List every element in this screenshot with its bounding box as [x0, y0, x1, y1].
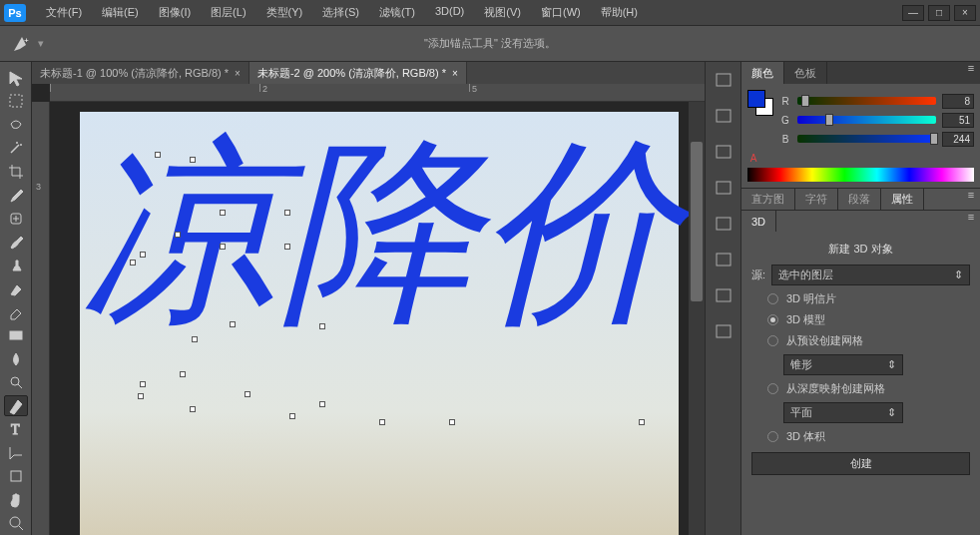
tab-close-icon[interactable]: ×	[235, 68, 241, 79]
hand-tool[interactable]	[4, 489, 28, 510]
gradient-tool[interactable]	[4, 324, 28, 345]
anchor-point[interactable]	[379, 419, 385, 425]
tab-2[interactable]: 段落	[838, 189, 881, 210]
blur-tool[interactable]	[4, 348, 28, 369]
fg-bg-swatches[interactable]	[747, 90, 773, 116]
anchor-point[interactable]	[130, 260, 136, 266]
text-tool[interactable]: T	[4, 418, 28, 439]
3d-option-0[interactable]: 3D 明信片	[767, 291, 970, 306]
menu-5[interactable]: 选择(S)	[312, 5, 369, 20]
menu-2[interactable]: 图像(I)	[149, 5, 201, 20]
radio-icon[interactable]	[767, 293, 778, 304]
anchor-point[interactable]	[230, 321, 236, 327]
canvas-viewport[interactable]: 凉降价	[50, 102, 705, 535]
3d-sub-select-3[interactable]: 平面⇕	[783, 402, 903, 423]
tab-color[interactable]: 颜色	[741, 62, 784, 84]
panel-menu-icon[interactable]: ≡	[962, 211, 980, 232]
anchor-point[interactable]	[319, 323, 325, 329]
radio-icon[interactable]	[767, 431, 778, 442]
document-tab-1[interactable]: 未标题-2 @ 200% (清凉降价, RGB/8) *×	[249, 62, 467, 84]
anchor-point[interactable]	[639, 419, 645, 425]
layers-panel-icon[interactable]	[712, 178, 735, 198]
stamp-tool[interactable]	[4, 255, 28, 275]
tab-3[interactable]: 属性	[881, 189, 924, 210]
crop-tool[interactable]	[4, 161, 28, 182]
menu-10[interactable]: 帮助(H)	[591, 5, 648, 20]
r-slider[interactable]	[797, 97, 936, 107]
anchor-point[interactable]	[140, 381, 146, 387]
ruler-vertical[interactable]: 3	[32, 102, 50, 535]
anchor-point[interactable]	[284, 210, 290, 216]
panel-menu-icon[interactable]: ≡	[962, 62, 980, 84]
menu-3[interactable]: 图层(L)	[201, 5, 255, 20]
menu-1[interactable]: 编辑(E)	[92, 5, 149, 20]
maximize-button[interactable]: □	[928, 5, 950, 21]
r-value[interactable]: 8	[942, 94, 974, 109]
foreground-color[interactable]	[747, 90, 765, 108]
anchor-point[interactable]	[449, 419, 455, 425]
scrollbar-vertical[interactable]	[689, 102, 705, 535]
marquee-tool[interactable]	[4, 90, 28, 111]
anchor-point[interactable]	[190, 157, 196, 163]
tab-close-icon[interactable]: ×	[452, 68, 458, 79]
move-tool[interactable]	[4, 67, 28, 88]
anchor-point[interactable]	[220, 244, 226, 250]
source-select[interactable]: 选中的图层⇕	[771, 265, 970, 285]
zoom-tool[interactable]	[4, 512, 28, 533]
tab-1[interactable]: 字符	[795, 189, 838, 210]
anchor-point[interactable]	[155, 152, 161, 158]
anchor-point[interactable]	[319, 401, 325, 407]
3d-option-2[interactable]: 从预设创建网格	[767, 333, 970, 348]
adjust-panel-icon[interactable]	[712, 142, 735, 162]
canvas[interactable]: 凉降价	[80, 112, 679, 535]
anchor-point[interactable]	[140, 252, 146, 258]
path-tool[interactable]	[4, 442, 28, 463]
brush-tool[interactable]	[4, 231, 28, 252]
eyedropper-tool[interactable]	[4, 184, 28, 205]
menu-7[interactable]: 3D(D)	[425, 5, 474, 20]
create-button[interactable]: 创建	[751, 452, 970, 475]
anchor-point[interactable]	[245, 391, 250, 397]
ruler-horizontal[interactable]: 25	[50, 84, 705, 102]
anchor-point[interactable]	[190, 406, 196, 412]
wand-tool[interactable]	[4, 137, 28, 158]
menu-0[interactable]: 文件(F)	[36, 5, 92, 20]
dodge-tool[interactable]	[4, 371, 28, 392]
3d-option-1[interactable]: 3D 模型	[767, 312, 970, 327]
radio-icon[interactable]	[767, 335, 778, 346]
heal-tool[interactable]	[4, 208, 28, 229]
close-button[interactable]: ×	[954, 5, 976, 21]
anchor-point[interactable]	[175, 232, 181, 238]
document-tab-0[interactable]: 未标题-1 @ 100% (清凉降价, RGB/8) *×	[32, 62, 249, 84]
anchor-point[interactable]	[289, 413, 295, 419]
g-value[interactable]: 51	[942, 113, 974, 128]
menu-9[interactable]: 窗口(W)	[531, 5, 591, 20]
anchor-point[interactable]	[138, 393, 144, 399]
brush-panel-icon[interactable]	[712, 106, 735, 126]
minimize-button[interactable]: —	[902, 5, 924, 21]
anchor-point[interactable]	[180, 371, 186, 377]
radio-icon[interactable]	[767, 314, 778, 325]
history-tool[interactable]	[4, 277, 28, 298]
tab-3d[interactable]: 3D	[741, 211, 776, 232]
paths-panel-icon[interactable]	[712, 250, 735, 269]
menu-8[interactable]: 视图(V)	[474, 5, 531, 20]
3d-option-3[interactable]: 从深度映射创建网格	[767, 381, 970, 396]
color-spectrum[interactable]	[747, 168, 974, 182]
lasso-tool[interactable]	[4, 114, 28, 135]
3d-panel-icon[interactable]	[712, 321, 735, 341]
pen-tool[interactable]	[4, 395, 28, 417]
panel-menu-icon[interactable]: ≡	[962, 189, 980, 210]
anchor-point[interactable]	[284, 244, 290, 250]
3d-sub-select-2[interactable]: 锥形⇕	[783, 354, 903, 375]
tab-0[interactable]: 直方图	[741, 189, 795, 210]
channels-panel-icon[interactable]	[712, 214, 735, 234]
g-slider[interactable]	[797, 116, 936, 126]
tab-swatches[interactable]: 色板	[784, 62, 827, 84]
b-slider[interactable]	[797, 135, 936, 145]
3d-option-4[interactable]: 3D 体积	[767, 429, 970, 444]
menu-6[interactable]: 滤镜(T)	[369, 5, 425, 20]
shape-tool[interactable]	[4, 465, 28, 486]
radio-icon[interactable]	[767, 383, 778, 394]
eraser-tool[interactable]	[4, 301, 28, 322]
